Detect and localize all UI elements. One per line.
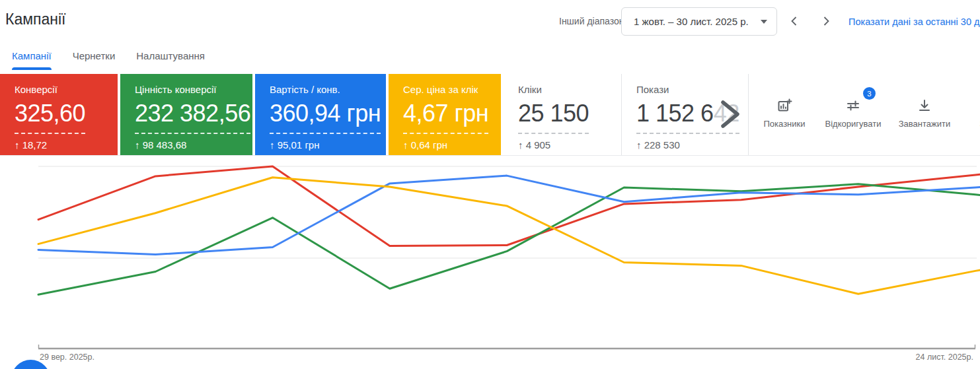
tab-settings[interactable]: Налаштування [136, 50, 205, 69]
metrics-button[interactable]: Показники [753, 74, 816, 155]
chart-series-group [38, 166, 980, 294]
scorecard-delta: 95,01 грн [278, 139, 320, 151]
scorecard-value: 232 382,56 [135, 100, 250, 134]
tab-bar: Кампанії Чернетки Налаштування [12, 50, 205, 69]
scorecard-label: Цінність конверсії [135, 84, 252, 95]
download-button[interactable]: Завантажити [890, 74, 959, 155]
next-range-button[interactable] [817, 12, 835, 30]
scorecards-next-button[interactable] [718, 98, 744, 133]
scorecard-label: Кліки [518, 84, 621, 95]
adjust-button[interactable]: Відкоригувати 3 [816, 74, 890, 155]
up-arrow-icon: ↑ [135, 139, 140, 151]
scorecard-conversion-value[interactable]: Цінність конверсії 232 382,56 ↑ 98 483,6… [120, 74, 252, 155]
adjust-sliders-icon [845, 98, 861, 114]
download-icon [917, 98, 932, 114]
other-range-label: Інший діапазон [559, 16, 624, 26]
up-arrow-icon: ↑ [403, 139, 408, 151]
adjust-button-label: Відкоригувати [825, 119, 882, 129]
download-button-label: Завантажити [899, 119, 950, 129]
scorecard-label: Покази [636, 84, 748, 95]
scorecard-delta: 228 530 [644, 139, 680, 151]
scorecard-value: 4,67 грн [403, 100, 488, 134]
x-axis-end-label: 24 лист. 2025р. [916, 352, 973, 362]
up-arrow-icon: ↑ [15, 139, 20, 151]
scorecard-value: 360,94 грн [270, 100, 381, 134]
up-arrow-icon: ↑ [518, 139, 523, 151]
scorecard-cost-per-conversion[interactable]: Вартість / конв. 360,94 грн ↑ 95,01 грн [255, 74, 386, 155]
date-range-picker[interactable]: 1 жовт. – 30 лист. 2025 р. [621, 7, 777, 36]
prev-range-button[interactable] [785, 12, 804, 30]
show-last-30-days-link[interactable]: Показати дані за останні 30 д [848, 17, 979, 27]
metrics-button-label: Показники [764, 119, 806, 129]
trend-chart-svg [0, 156, 980, 369]
chevron-down-icon [761, 20, 767, 24]
chart-toolbar: Показники Відкоригувати 3 Завантажити [748, 74, 980, 155]
scorecard-label: Конверсії [15, 84, 118, 95]
scorecard-delta: 0,64 грн [411, 139, 447, 151]
scorecard-clicks[interactable]: Кліки 25 150 ↑ 4 905 [504, 74, 621, 155]
scorecard-delta: 4 905 [526, 139, 551, 151]
collapse-button[interactable]: Згор [959, 74, 980, 155]
scorecard-value: 25 150 [518, 100, 589, 134]
up-arrow-icon: ↑ [636, 139, 642, 151]
tab-campaigns[interactable]: Кампанії [12, 50, 52, 69]
adjust-badge: 3 [863, 87, 876, 100]
scorecard-avg-cpc[interactable]: Сер. ціна за клік 4,67 грн ↑ 0,64 грн [389, 74, 501, 155]
scorecard-label: Вартість / конв. [270, 84, 386, 95]
chart-line-Цінність конверсії [38, 184, 980, 295]
scorecard-label: Сер. ціна за клік [403, 84, 501, 95]
scorecards-row: Конверсії 325,60 ↑ 18,72 Цінність конвер… [0, 74, 980, 156]
scorecard-delta: 18,72 [22, 139, 48, 151]
up-arrow-icon: ↑ [270, 139, 275, 151]
x-axis-start-label: 29 вер. 2025р. [40, 352, 94, 362]
trend-chart[interactable]: 29 вер. 2025р. 24 лист. 2025р. [0, 156, 980, 369]
date-range-value: 1 жовт. – 30 лист. 2025 р. [634, 16, 754, 27]
chart-line-Вартість / конв. [38, 176, 980, 255]
metrics-chart-icon [776, 98, 792, 114]
tab-drafts[interactable]: Чернетки [73, 50, 116, 69]
scorecard-conversions[interactable]: Конверсії 325,60 ↑ 18,72 [0, 74, 118, 155]
page-title: Кампанії [5, 11, 65, 28]
scorecard-delta: 98 483,68 [143, 139, 187, 151]
scorecard-value: 325,60 [15, 100, 85, 134]
